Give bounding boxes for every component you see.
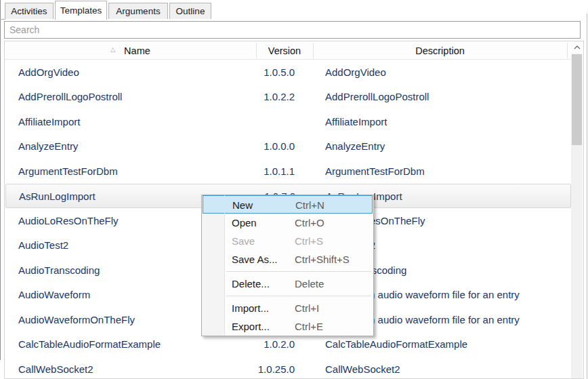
scroll-up-button[interactable] — [571, 41, 583, 54]
cell-description: CallWebSocket2 — [325, 357, 569, 379]
tabstrip-border — [0, 19, 5, 20]
table-row[interactable]: AddOrgVideo 1.0.5.0 AddOrgVideo — [5, 60, 571, 85]
menu-separator — [202, 268, 373, 275]
cell-version: 1.0.2.2 — [257, 85, 295, 110]
menu-item-label: Save — [232, 232, 255, 250]
cell-version: 1.0.25.0 — [257, 357, 295, 379]
table-row[interactable]: AddPrerollLogoPostroll 1.0.2.2 AddPrerol… — [5, 85, 571, 110]
cell-name: AnalyzeEntry — [18, 134, 255, 159]
menu-item-label: Import... — [232, 299, 269, 317]
cell-version: 1.0.0.0 — [257, 134, 295, 159]
table-row[interactable]: ArgumentTestForDbm 1.0.1.1 ArgumentTestF… — [5, 159, 571, 184]
column-header-version[interactable]: Version — [256, 41, 313, 60]
menu-item-delete[interactable]: Delete... Delete — [202, 275, 373, 293]
menu-item-label: New — [232, 196, 253, 214]
column-header-description[interactable]: Description — [313, 41, 567, 60]
vertical-scrollbar[interactable] — [571, 41, 583, 378]
menu-item-shortcut: Ctrl+S — [295, 232, 323, 250]
tab-label: Outline — [176, 6, 205, 16]
column-header-label: Description — [415, 45, 465, 56]
menu-item-shortcut: Ctrl+O — [295, 214, 324, 232]
cell-description: AnalyzeEntry — [325, 134, 569, 159]
context-menu-gutter-line — [224, 195, 225, 336]
menu-item-label: Save As... — [232, 250, 278, 268]
sort-ascending-icon: △ — [110, 47, 115, 53]
tab-label: Templates — [60, 5, 102, 16]
menu-item-shortcut: Ctrl+I — [295, 299, 319, 317]
menu-item-export[interactable]: Export... Ctrl+E — [202, 317, 373, 336]
cell-version: 1.0.1.1 — [257, 159, 295, 184]
tab-label: Activities — [11, 6, 47, 16]
cell-name: ArgumentTestForDbm — [18, 159, 255, 184]
window-right-border — [587, 14, 587, 379]
cell-version: 1.0.5.0 — [257, 60, 295, 85]
cell-name: CallWebSocket2 — [18, 357, 255, 379]
tab-arguments[interactable]: Arguments — [108, 3, 168, 19]
menu-item-shortcut: Ctrl+E — [295, 317, 323, 336]
column-separator[interactable] — [313, 43, 314, 58]
column-separator[interactable] — [256, 43, 257, 58]
cell-name: AddPrerollLogoPostroll — [18, 85, 255, 110]
table-row[interactable]: CallWebSocket2 1.0.25.0 CallWebSocket2 — [5, 357, 571, 379]
tab-activities[interactable]: Activities — [5, 3, 54, 19]
scrollbar-thumb[interactable] — [572, 54, 582, 145]
search-input[interactable] — [4, 21, 581, 39]
menu-item-save: Save Ctrl+S — [202, 232, 373, 250]
cell-description: ArgumentTestForDbm — [325, 159, 569, 184]
menu-item-save-as[interactable]: Save As... Ctrl+Shift+S — [202, 250, 373, 268]
context-menu: New Ctrl+N Open Ctrl+O Save Ctrl+S Save … — [201, 195, 374, 336]
column-header-label: Name — [124, 45, 150, 56]
menu-item-shortcut: Ctrl+N — [295, 196, 324, 214]
tab-templates[interactable]: Templates — [55, 1, 107, 20]
tab-outline[interactable]: Outline — [169, 3, 211, 19]
menu-separator — [202, 293, 373, 299]
context-menu-items: New Ctrl+N Open Ctrl+O Save Ctrl+S Save … — [202, 195, 373, 336]
table-row[interactable]: AffiliateImport AffiliateImport — [5, 109, 571, 134]
window-left-border — [0, 0, 1, 360]
menu-item-shortcut: Delete — [295, 275, 324, 293]
menu-item-import[interactable]: Import... Ctrl+I — [202, 299, 373, 317]
cell-name: AffiliateImport — [18, 109, 255, 134]
table-row[interactable]: AnalyzeEntry 1.0.0.0 AnalyzeEntry — [5, 134, 571, 159]
cell-description: AddOrgVideo — [325, 60, 569, 85]
cell-description: AddPrerollLogoPostroll — [325, 85, 569, 110]
cell-name: AddOrgVideo — [18, 60, 255, 85]
chevron-up-icon — [574, 45, 581, 49]
menu-item-new[interactable]: New Ctrl+N — [203, 195, 373, 214]
table-header: △ Name Version Description — [5, 41, 571, 60]
menu-item-label: Open — [232, 214, 257, 232]
menu-item-shortcut: Ctrl+Shift+S — [295, 250, 350, 268]
column-separator — [567, 43, 568, 58]
menu-item-open[interactable]: Open Ctrl+O — [202, 214, 373, 232]
cell-description: AffiliateImport — [325, 109, 569, 134]
menu-item-label: Delete... — [232, 275, 270, 293]
column-header-name[interactable]: △ Name — [5, 41, 256, 60]
cell-version — [257, 109, 295, 134]
tab-label: Arguments — [116, 6, 160, 16]
column-header-label: Version — [268, 45, 301, 56]
menu-item-label: Export... — [232, 317, 270, 336]
